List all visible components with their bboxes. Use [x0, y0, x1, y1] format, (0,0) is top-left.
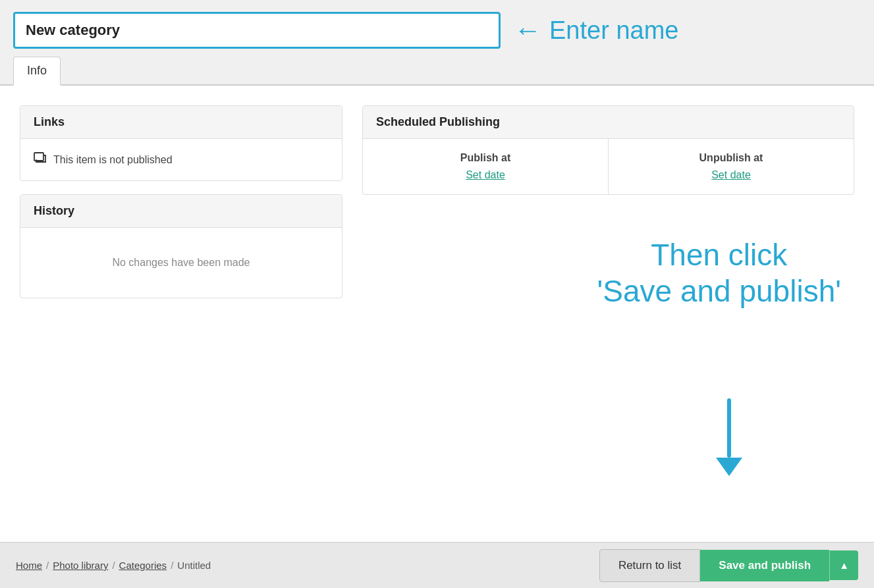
not-published-message: This item is not published [34, 152, 329, 167]
links-card-title: Links [34, 115, 65, 128]
breadcrumb-sep-1: / [46, 560, 49, 571]
save-publish-dropdown-button[interactable]: ▲ [829, 550, 858, 580]
publish-set-date-link[interactable]: Set date [466, 169, 505, 181]
main-content: Links This item is not published [0, 86, 874, 542]
scheduled-card-title: Scheduled Publishing [376, 115, 500, 128]
save-and-publish-button[interactable]: Save and publish [700, 550, 829, 581]
publish-at-label: Publish at [460, 152, 510, 164]
annotation-arrow-down [716, 398, 742, 476]
scheduled-publishing-card: Scheduled Publishing Publish at Set date… [362, 105, 854, 195]
links-card-header: Links [20, 106, 342, 139]
unpublish-set-date-link[interactable]: Set date [711, 169, 751, 181]
unpublish-at-col: Unpublish at Set date [609, 139, 854, 194]
not-published-text: This item is not published [53, 154, 173, 166]
breadcrumb-categories[interactable]: Categories [119, 560, 167, 571]
breadcrumb-untitled: Untitled [177, 560, 211, 571]
return-to-list-button[interactable]: Return to list [599, 549, 700, 582]
svg-rect-0 [34, 153, 43, 161]
breadcrumb-home[interactable]: Home [16, 560, 42, 571]
breadcrumb-photo-library[interactable]: Photo library [53, 560, 108, 571]
history-card: History No changes have been made [20, 194, 342, 298]
breadcrumb-sep-3: / [171, 560, 173, 571]
dropdown-arrow-icon: ▲ [839, 560, 849, 571]
links-card: Links This item is not published [20, 105, 342, 181]
content-columns: Links This item is not published [20, 105, 854, 529]
footer-actions: Return to list Save and publish ▲ [599, 549, 858, 582]
publish-at-col: Publish at Set date [363, 139, 609, 194]
arrow-head [716, 458, 742, 476]
arrow-left-icon: ← [514, 14, 541, 46]
scheduled-grid: Publish at Set date Unpublish at Set dat… [363, 139, 854, 194]
scheduled-card-header: Scheduled Publishing [363, 106, 854, 139]
header-area: ← Enter name [0, 0, 874, 57]
annotation-save-publish-text: Then click'Save and publish' [597, 237, 842, 309]
right-column: Scheduled Publishing Publish at Set date… [362, 105, 854, 529]
enter-name-hint: ← Enter name [514, 14, 678, 46]
tab-info[interactable]: Info [13, 57, 61, 86]
breadcrumb: Home / Photo library / Categories / Unti… [16, 560, 211, 571]
arrow-line [727, 398, 731, 458]
history-card-header: History [20, 195, 342, 228]
enter-name-text: Enter name [549, 16, 678, 45]
left-column: Links This item is not published [20, 105, 342, 529]
history-card-title: History [34, 204, 74, 217]
breadcrumb-sep-2: / [112, 560, 115, 571]
page-wrapper: ← Enter name Info Links [0, 0, 874, 588]
unpublished-icon [34, 152, 47, 167]
links-card-body: This item is not published [20, 139, 342, 180]
unpublish-at-label: Unpublish at [699, 152, 763, 164]
no-changes-text: No changes have been made [34, 241, 329, 284]
footer: Home / Photo library / Categories / Unti… [0, 542, 874, 588]
category-name-input[interactable] [13, 12, 501, 49]
tabs-area: Info [0, 57, 874, 86]
history-card-body: No changes have been made [20, 228, 342, 298]
